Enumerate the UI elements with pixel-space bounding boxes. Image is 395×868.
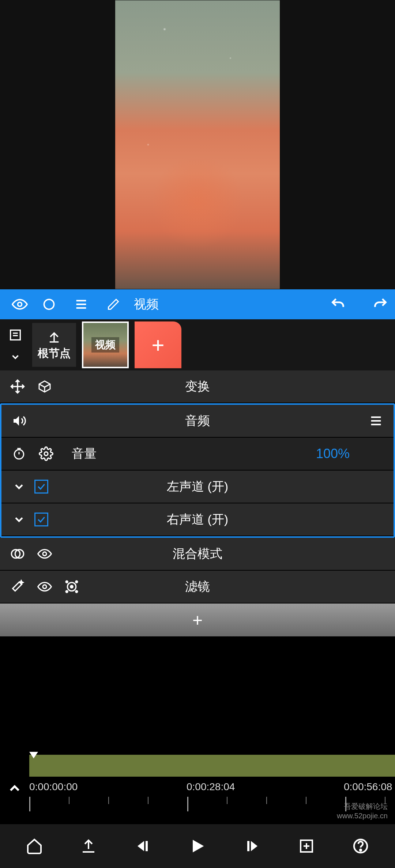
- right-channel-row[interactable]: 右声道 (开): [1, 503, 394, 536]
- playhead-icon[interactable]: [29, 752, 38, 758]
- undo-icon[interactable]: [330, 296, 346, 312]
- filter-label: 滤镜: [185, 578, 210, 595]
- volume-row[interactable]: 音量 100%: [1, 438, 394, 471]
- right-channel-checkbox[interactable]: [34, 513, 48, 526]
- timecode-mid: 0:00:28:04: [187, 781, 235, 793]
- video-preview-area[interactable]: [0, 0, 395, 289]
- svg-marker-34: [251, 841, 257, 851]
- timecode-end: 0:00:56:08: [344, 781, 392, 793]
- blend-mode-panel[interactable]: 混合模式: [0, 538, 395, 571]
- watermark-line1: 吾爱破解论坛: [337, 802, 388, 811]
- watermark: 吾爱破解论坛 www.52pojie.cn: [337, 802, 388, 821]
- visibility-icon[interactable]: [34, 576, 56, 598]
- video-thumb-label: 视频: [91, 337, 119, 353]
- move-icon: [7, 376, 29, 397]
- stopwatch-icon[interactable]: [8, 443, 30, 465]
- left-channel-checkbox[interactable]: [34, 480, 48, 494]
- toolbar-title: 视频: [134, 296, 159, 313]
- volume-value[interactable]: 100%: [316, 446, 350, 461]
- timeline-expand-icon[interactable]: [7, 780, 23, 796]
- svg-point-18: [44, 452, 48, 456]
- video-preview-frame: [115, 0, 280, 289]
- filter-panel[interactable]: 滤镜: [0, 571, 395, 604]
- svg-marker-32: [193, 840, 204, 853]
- home-icon[interactable]: [26, 837, 43, 855]
- svg-point-24: [71, 586, 73, 588]
- svg-rect-33: [247, 841, 249, 851]
- panel-toggle-icon[interactable]: [8, 328, 23, 342]
- svg-point-26: [76, 581, 78, 583]
- magic-wand-icon: [7, 576, 29, 598]
- plus-icon: +: [151, 332, 164, 358]
- right-channel-label: 右声道 (开): [167, 511, 228, 528]
- timeline-track[interactable]: [29, 755, 395, 777]
- transport-bar: [0, 824, 395, 868]
- layer-strip: 根节点 视频 +: [0, 319, 395, 370]
- transform-label: 变换: [185, 378, 210, 395]
- collapse-icon[interactable]: [8, 351, 23, 362]
- menu-icon[interactable]: [65, 289, 97, 319]
- root-node-label: 根节点: [38, 346, 71, 361]
- play-icon[interactable]: [188, 837, 207, 856]
- svg-point-28: [76, 591, 78, 593]
- target-icon[interactable]: [61, 576, 83, 598]
- svg-point-0: [18, 302, 22, 307]
- circle-icon[interactable]: [33, 289, 65, 319]
- speaker-icon: [8, 410, 30, 432]
- audio-panel-group: 音频 音量 100% 左声道 (开) 右声道 (开): [0, 403, 395, 538]
- svg-marker-30: [138, 841, 144, 851]
- expand-icon[interactable]: [8, 476, 30, 498]
- left-channel-row[interactable]: 左声道 (开): [1, 471, 394, 503]
- blend-icon: [7, 543, 29, 565]
- video-layer-thumb[interactable]: 视频: [82, 321, 129, 368]
- plus-icon: +: [192, 610, 203, 630]
- svg-point-39: [360, 849, 361, 851]
- gear-icon[interactable]: [35, 443, 57, 465]
- expand-icon[interactable]: [8, 509, 30, 530]
- visibility-icon[interactable]: [7, 289, 33, 319]
- svg-rect-31: [146, 841, 148, 851]
- svg-point-25: [66, 581, 68, 583]
- svg-point-21: [43, 552, 46, 556]
- export-icon[interactable]: [80, 837, 97, 855]
- timeline[interactable]: 0:00:00:00 0:00:28:04 0:00:56:08: [0, 755, 395, 824]
- svg-point-1: [44, 300, 54, 309]
- help-icon[interactable]: [352, 837, 369, 855]
- volume-label: 音量: [72, 445, 97, 462]
- transform-panel-header[interactable]: 变换: [0, 370, 395, 403]
- blend-mode-label: 混合模式: [173, 545, 222, 562]
- add-keyframe-icon[interactable]: [298, 837, 315, 855]
- audio-label: 音频: [185, 412, 210, 429]
- cube-icon: [34, 376, 56, 397]
- timecode-start: 0:00:00:00: [29, 781, 78, 793]
- step-forward-icon[interactable]: [244, 837, 261, 855]
- redo-icon[interactable]: [372, 296, 388, 312]
- svg-point-22: [43, 585, 46, 589]
- audio-panel-header[interactable]: 音频: [1, 405, 394, 438]
- add-effect-button[interactable]: +: [0, 604, 395, 636]
- visibility-icon[interactable]: [34, 543, 56, 565]
- root-node-button[interactable]: 根节点: [32, 323, 76, 367]
- step-back-icon[interactable]: [134, 837, 151, 855]
- watermark-line2: www.52pojie.cn: [337, 811, 388, 821]
- edit-icon[interactable]: [97, 289, 129, 319]
- left-channel-label: 左声道 (开): [167, 478, 228, 495]
- audio-menu-icon[interactable]: [365, 410, 387, 432]
- editor-toolbar: 视频: [0, 289, 395, 319]
- svg-point-27: [66, 591, 68, 593]
- add-layer-button[interactable]: +: [135, 321, 181, 368]
